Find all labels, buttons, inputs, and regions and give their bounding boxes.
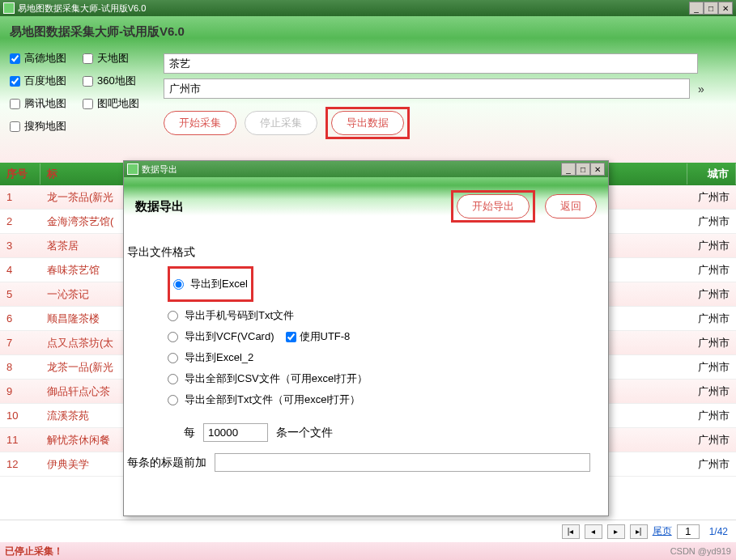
close-button[interactable]: ✕: [718, 2, 733, 15]
export-data-button[interactable]: 导出数据: [331, 111, 404, 135]
back-button[interactable]: 返回: [545, 194, 597, 218]
start-export-highlight: 开始导出: [451, 190, 535, 223]
dialog-close[interactable]: ✕: [590, 163, 605, 176]
split-count-input[interactable]: [203, 423, 268, 442]
app-icon: [3, 2, 15, 14]
pager-last[interactable]: ▸|: [630, 524, 648, 539]
dialog-titlebar: 数据导出 _ □ ✕: [124, 161, 608, 177]
dialog-title: 数据导出: [135, 199, 184, 214]
chk-utf8[interactable]: [286, 332, 296, 342]
map-checkbox-group: 高德地图 天地图 百度地图 360地图 腾讯地图 图吧地图 搜狗地图: [10, 51, 164, 142]
window-title: 易地图数据采集大师-试用版V6.0: [18, 2, 146, 15]
export-dialog: 数据导出 _ □ ✕ 数据导出 开始导出 返回 导出文件格式 导出到Excel …: [123, 160, 609, 516]
radio-excel[interactable]: 导出到Excel: [173, 277, 248, 291]
split-suffix: 条一个文件: [276, 426, 333, 440]
minimize-button[interactable]: _: [689, 2, 704, 15]
start-export-button[interactable]: 开始导出: [457, 194, 530, 218]
pager-bar: |◂ ◂ ▸ ▸| 尾页 1/42: [0, 520, 736, 542]
radio-vcf[interactable]: 导出到VCF(VCard)使用UTF-8: [168, 329, 605, 344]
maximize-button[interactable]: □: [704, 2, 718, 15]
radio-excel2[interactable]: 导出到Excel_2: [168, 350, 605, 365]
status-text: 已停止采集！: [5, 545, 63, 558]
col-city: 城市: [687, 163, 736, 185]
export-highlight: 导出数据: [325, 107, 410, 139]
keyword-input[interactable]: [164, 53, 698, 74]
start-collect-button[interactable]: 开始采集: [164, 111, 236, 135]
radio-txtall[interactable]: 导出全部到Txt文件（可用excel打开）: [168, 392, 605, 407]
radio-txt[interactable]: 导出手机号码到Txt文件: [168, 308, 605, 323]
prefix-input[interactable]: [215, 453, 590, 472]
app-title: 易地图数据采集大师-试用版V6.0: [10, 24, 726, 40]
main-titlebar: 易地图数据采集大师-试用版V6.0 _ □ ✕: [0, 0, 736, 16]
pager-total: 1/42: [709, 526, 728, 537]
chk-360[interactable]: 360地图: [83, 74, 155, 88]
chk-tencent[interactable]: 腾讯地图: [10, 96, 83, 111]
excel-highlight: 导出到Excel: [168, 266, 253, 302]
chk-baidu[interactable]: 百度地图: [10, 74, 83, 88]
pager-home-link[interactable]: 尾页: [653, 524, 672, 538]
header-panel: 易地图数据采集大师-试用版V6.0 高德地图 天地图 百度地图 360地图 腾讯…: [0, 16, 736, 163]
city-input[interactable]: [164, 78, 690, 99]
city-expand-icon[interactable]: »: [698, 83, 704, 95]
status-bar: 已停止采集！ CSDN @yd919: [0, 542, 736, 560]
chk-tuba[interactable]: 图吧地图: [83, 96, 155, 111]
split-prefix: 每: [184, 426, 195, 440]
pager-page-input[interactable]: [677, 524, 700, 539]
chk-tianditu[interactable]: 天地图: [83, 51, 155, 66]
col-idx: 序号: [0, 163, 40, 185]
dialog-maximize[interactable]: □: [576, 163, 590, 176]
watermark: CSDN @yd919: [670, 546, 731, 556]
prefix-label: 每条的标题前加: [127, 456, 206, 470]
chk-sogou[interactable]: 搜狗地图: [10, 119, 83, 134]
pager-next[interactable]: ▸: [607, 524, 625, 539]
stop-collect-button[interactable]: 停止采集: [245, 111, 317, 135]
dialog-icon: [127, 163, 138, 175]
radio-csv[interactable]: 导出全部到CSV文件（可用excel打开）: [168, 371, 605, 386]
pager-first[interactable]: |◂: [562, 524, 580, 539]
dialog-wintitle: 数据导出: [142, 163, 177, 176]
format-label: 导出文件格式: [127, 245, 605, 260]
dialog-minimize[interactable]: _: [561, 163, 576, 176]
pager-prev[interactable]: ◂: [585, 524, 602, 539]
chk-gaode[interactable]: 高德地图: [10, 51, 83, 66]
